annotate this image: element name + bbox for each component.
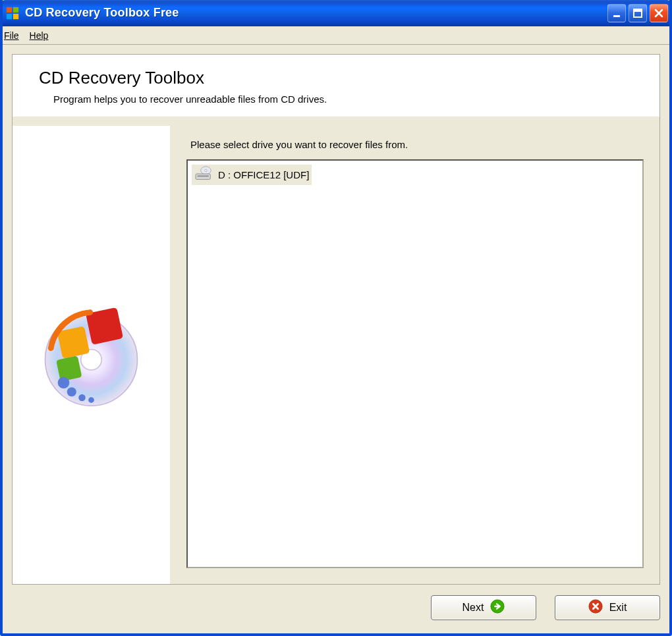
cancel-icon: [588, 599, 603, 616]
page-title: CD Recovery Toolbox: [39, 68, 641, 88]
close-button[interactable]: [650, 4, 668, 22]
exit-button[interactable]: Exit: [555, 595, 660, 620]
svg-point-15: [88, 397, 94, 403]
svg-rect-11: [56, 356, 82, 381]
app-icon: [5, 6, 20, 20]
instruction-text: Please select drive you want to recover …: [190, 139, 644, 150]
menu-file[interactable]: File: [4, 30, 19, 41]
client-area: CD Recovery Toolbox Program helps you to…: [3, 45, 669, 633]
menu-help[interactable]: Help: [30, 30, 49, 41]
svg-rect-19: [198, 176, 209, 177]
body-row: Please select drive you want to recover …: [13, 126, 659, 584]
cd-drive-icon: [194, 166, 213, 184]
next-label: Next: [462, 602, 484, 614]
main-area: Please select drive you want to recover …: [171, 126, 659, 584]
svg-rect-4: [613, 15, 620, 17]
titlebar: CD Recovery Toolbox Free: [0, 0, 672, 26]
svg-point-13: [67, 387, 76, 396]
exit-label: Exit: [609, 602, 627, 614]
next-button[interactable]: Next: [431, 595, 536, 620]
svg-point-17: [205, 169, 207, 171]
drive-list[interactable]: D : OFFICE12 [UDF]: [186, 159, 644, 568]
maximize-button[interactable]: [629, 4, 647, 22]
page-subtitle: Program helps you to recover unreadable …: [39, 93, 641, 105]
wizard-sidebar: [13, 126, 171, 584]
svg-rect-10: [57, 326, 90, 359]
svg-rect-6: [634, 9, 642, 12]
svg-rect-1: [13, 7, 18, 12]
svg-rect-0: [7, 7, 12, 12]
arrow-right-icon: [490, 599, 505, 616]
cd-logo-icon: [34, 296, 149, 413]
header-area: CD Recovery Toolbox Program helps you to…: [13, 55, 659, 117]
button-row: Next Exit: [12, 594, 660, 622]
svg-rect-2: [7, 13, 12, 18]
svg-point-12: [58, 377, 70, 389]
svg-point-14: [78, 394, 86, 402]
window-title: CD Recovery Toolbox Free: [25, 6, 179, 20]
window-controls: [607, 4, 668, 22]
minimize-button[interactable]: [607, 4, 626, 22]
drive-item[interactable]: D : OFFICE12 [UDF]: [192, 165, 312, 185]
svg-rect-3: [13, 13, 18, 18]
content-panel: CD Recovery Toolbox Program helps you to…: [12, 54, 660, 585]
drive-label: D : OFFICE12 [UDF]: [218, 169, 309, 180]
menubar: File Help: [0, 26, 672, 45]
